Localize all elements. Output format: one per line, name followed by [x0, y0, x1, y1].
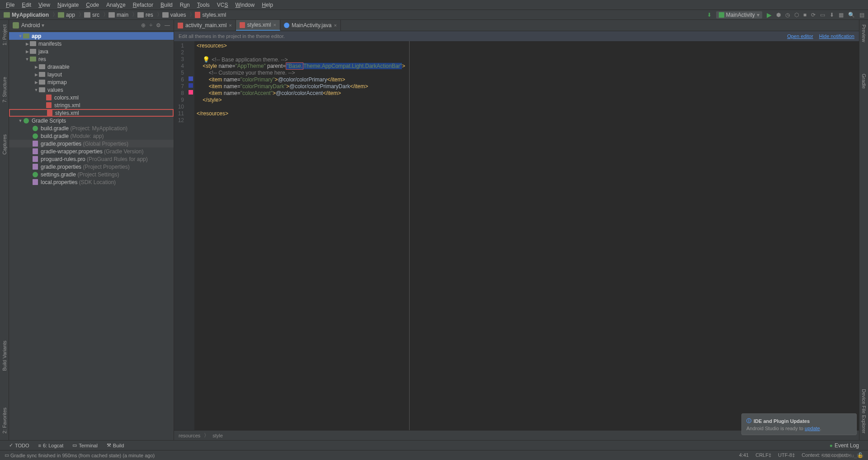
crumb-style[interactable]: style	[212, 433, 223, 438]
event-log[interactable]: ●Event Log	[830, 442, 859, 449]
tree-java[interactable]: ▶java	[9, 47, 174, 55]
tab-mainactivity[interactable]: MainActivity.java×	[280, 20, 341, 31]
collapse-icon[interactable]: ÷	[149, 22, 152, 28]
menu-refactor[interactable]: Refactor	[129, 0, 157, 9]
search-icon[interactable]: 🔍	[848, 12, 855, 18]
menu-vcs[interactable]: VCS	[213, 0, 232, 9]
notification-popup: ⓘIDE and Plugin Updates Android Studio i…	[741, 413, 857, 435]
crumb-values[interactable]: values	[162, 12, 186, 18]
tab-preview[interactable]: Preview	[861, 22, 867, 44]
tree-manifests[interactable]: ▶manifests	[9, 40, 174, 47]
sync-icon[interactable]: ⟳	[811, 12, 816, 18]
bulb-icon[interactable]: 💡	[203, 56, 210, 63]
make-icon[interactable]: ⬇	[707, 12, 712, 18]
profile-button[interactable]: ◷	[785, 12, 790, 18]
crumb-resources[interactable]: resources	[179, 433, 200, 438]
run-button[interactable]: ▶	[767, 11, 772, 19]
tab-todo[interactable]: ✓TODO	[9, 442, 29, 448]
update-link[interactable]: update	[805, 426, 820, 431]
tab-project[interactable]: 1: Project	[2, 22, 7, 47]
statusbar: ▭ Gradle sync finished in 950ms (from ca…	[0, 450, 868, 460]
tree-app[interactable]: ▼app	[9, 32, 174, 40]
fold-column[interactable]	[188, 41, 194, 430]
tab-styles[interactable]: styles.xml×	[236, 20, 280, 31]
panel-title[interactable]: Android	[21, 22, 40, 28]
tree-mipmap[interactable]: ▶mipmap	[9, 78, 174, 86]
menu-analyze[interactable]: Analyze	[103, 0, 129, 9]
color-marker-accent[interactable]	[189, 90, 193, 95]
tree-res[interactable]: ▼res	[9, 55, 174, 63]
menu-file[interactable]: File	[2, 0, 18, 9]
tree-layout[interactable]: ▶layout	[9, 71, 174, 78]
attach-debugger-icon[interactable]: ⬡	[794, 12, 799, 18]
tree-strings[interactable]: strings.xml	[9, 101, 174, 109]
tree-settings-gradle[interactable]: settings.gradle (Project Settings)	[9, 171, 174, 178]
tab-gradle[interactable]: Gradle	[861, 71, 867, 91]
tab-terminal[interactable]: ▭Terminal	[72, 442, 98, 448]
tree-build-gradle-project[interactable]: build.gradle (Project: MyApplication)	[9, 124, 174, 132]
gear-icon[interactable]: ⚙	[156, 22, 161, 28]
scroll-from-source-icon[interactable]: ⊕	[141, 22, 146, 28]
tab-activity-main[interactable]: activity_main.xml×	[174, 20, 236, 31]
tree-gradle-properties-project[interactable]: gradle.properties (Project Properties)	[9, 163, 174, 171]
tree-gradle-wrapper[interactable]: gradle-wrapper.properties (Gradle Versio…	[9, 147, 174, 155]
avd-icon[interactable]: ▭	[820, 12, 825, 18]
panel-header: Android ▾ ⊕ ÷ ⚙ —	[9, 20, 174, 31]
menubar: File Edit View Navigate Code Analyze Ref…	[0, 0, 868, 10]
stop-button[interactable]: ■	[803, 12, 807, 18]
crumb-app[interactable]: app	[58, 12, 75, 18]
tree-values[interactable]: ▼values	[9, 86, 174, 94]
menu-window[interactable]: Window	[231, 0, 258, 9]
left-tool-strip: 1: Project 7: Structure Captures Build V…	[0, 20, 9, 440]
menu-view[interactable]: View	[35, 0, 54, 9]
menu-code[interactable]: Code	[82, 0, 103, 9]
tab-captures[interactable]: Captures	[2, 132, 7, 157]
debug-button[interactable]: ⬢	[776, 12, 781, 18]
encoding[interactable]: UTF-8‡	[778, 452, 795, 458]
run-config-selector[interactable]: MainActivity▾	[716, 11, 762, 19]
menu-navigate[interactable]: Navigate	[54, 0, 82, 9]
settings-icon[interactable]: ▤	[859, 12, 864, 18]
crumb-file[interactable]: styles.xml	[195, 12, 226, 18]
hide-icon[interactable]: —	[165, 22, 170, 28]
tab-structure[interactable]: 7: Structure	[2, 75, 7, 105]
project-structure-icon[interactable]: ▦	[839, 12, 844, 18]
color-marker-primary[interactable]	[189, 76, 193, 81]
tree-gradle-scripts[interactable]: ▼Gradle Scripts	[9, 117, 174, 124]
editor-tabs: activity_main.xml× styles.xml× MainActiv…	[174, 20, 859, 31]
crumb-main[interactable]: main	[108, 12, 128, 18]
tree-proguard[interactable]: proguard-rules.pro (ProGuard Rules for a…	[9, 155, 174, 163]
tree-colors[interactable]: colors.xml	[9, 94, 174, 101]
crumb-project[interactable]: MyApplication	[4, 12, 49, 18]
sdk-icon[interactable]: ⬇	[830, 12, 834, 18]
crumb-res[interactable]: res	[137, 12, 153, 18]
menu-tools[interactable]: Tools	[193, 0, 213, 9]
menu-run[interactable]: Run	[176, 0, 193, 9]
watermark: CSDN @Modu_Liu	[821, 453, 863, 458]
color-marker-primary-dark[interactable]	[189, 83, 193, 88]
hide-notification-link[interactable]: Hide notification	[819, 33, 854, 39]
tab-build[interactable]: ⚒Build	[107, 442, 124, 448]
tab-build-variants[interactable]: Build Variants	[2, 338, 7, 373]
tree-styles[interactable]: styles.xml	[9, 109, 174, 117]
line-separator[interactable]: CRLF‡	[755, 452, 771, 458]
crumb-src[interactable]: src	[84, 12, 99, 18]
tab-device-explorer[interactable]: Device File Explorer	[861, 387, 867, 436]
close-icon[interactable]: ×	[334, 23, 336, 28]
status-message: Gradle sync finished in 950ms (from cach…	[10, 453, 155, 458]
menu-help[interactable]: Help	[258, 0, 277, 9]
close-icon[interactable]: ×	[273, 22, 276, 28]
tree-gradle-properties-global[interactable]: gradle.properties (Global Properties)	[9, 140, 174, 147]
status-icon[interactable]: ▭	[5, 452, 9, 458]
tree-local-properties[interactable]: local.properties (SDK Location)	[9, 178, 174, 186]
menu-edit[interactable]: Edit	[18, 0, 35, 9]
tree-build-gradle-module[interactable]: build.gradle (Module: app)	[9, 132, 174, 140]
code-editor[interactable]: 123456789101112 <resources> 💡<!-- Base a…	[174, 41, 859, 430]
menu-build[interactable]: Build	[157, 0, 176, 9]
open-editor-link[interactable]: Open editor	[787, 33, 813, 39]
tree-drawable[interactable]: ▶drawable	[9, 63, 174, 71]
caret-position[interactable]: 4:41	[739, 452, 749, 458]
close-icon[interactable]: ×	[229, 23, 231, 28]
tab-logcat[interactable]: ≡6: Logcat	[38, 443, 64, 448]
tab-favorites[interactable]: 2: Favorites	[2, 405, 7, 436]
